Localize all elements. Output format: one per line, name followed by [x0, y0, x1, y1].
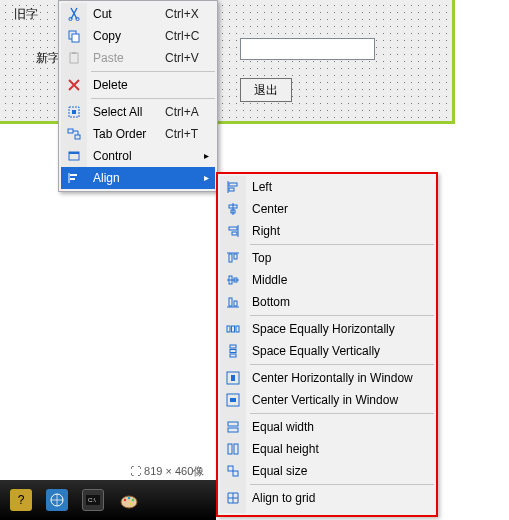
- menu-cut[interactable]: Cut Ctrl+X: [61, 3, 215, 25]
- control-icon: [61, 149, 87, 163]
- svg-rect-31: [230, 354, 236, 357]
- align-middle-icon: [220, 273, 246, 287]
- select-all-icon: [61, 105, 87, 119]
- exit-button[interactable]: 退出: [240, 78, 292, 102]
- svg-rect-28: [236, 326, 239, 332]
- context-menu: Cut Ctrl+X Copy Ctrl+C Paste Ctrl+V Dele…: [58, 0, 218, 192]
- align-left-label: Left: [246, 176, 434, 198]
- delete-icon: [61, 79, 87, 91]
- submenu-sep-3: [250, 364, 434, 365]
- svg-rect-25: [234, 301, 237, 306]
- svg-rect-27: [232, 326, 235, 332]
- align-icon: [61, 171, 87, 185]
- align-equal-size-label: Equal size: [246, 460, 434, 482]
- align-top-icon: [220, 251, 246, 265]
- menu-tab-order-label: Tab Order: [87, 123, 165, 145]
- menu-tab-order[interactable]: Tab Order Ctrl+T: [61, 123, 215, 145]
- svg-rect-5: [72, 52, 76, 54]
- menu-cut-label: Cut: [87, 3, 165, 25]
- svg-rect-18: [229, 227, 237, 230]
- menu-delete[interactable]: Delete: [61, 74, 215, 96]
- status-dimensions: ⛶ 819 × 460像: [130, 464, 204, 479]
- align-space-v[interactable]: Space Equally Vertically: [220, 340, 434, 362]
- text-field[interactable]: [240, 38, 375, 60]
- align-equal-height[interactable]: Equal height: [220, 438, 434, 460]
- align-space-v-label: Space Equally Vertically: [246, 340, 434, 362]
- svg-rect-13: [70, 178, 75, 180]
- svg-rect-36: [228, 422, 238, 426]
- svg-rect-24: [229, 298, 232, 306]
- align-right[interactable]: Right: [220, 220, 434, 242]
- align-right-label: Right: [246, 220, 434, 242]
- taskbar-paint-icon[interactable]: [118, 489, 140, 511]
- cut-icon: [61, 7, 87, 21]
- align-center[interactable]: Center: [220, 198, 434, 220]
- align-to-grid-label: Align to grid: [246, 487, 434, 509]
- align-center-label: Center: [246, 198, 434, 220]
- svg-point-0: [69, 17, 72, 20]
- align-top[interactable]: Top: [220, 247, 434, 269]
- menu-copy-label: Copy: [87, 25, 165, 47]
- menu-align-label: Align: [87, 167, 165, 189]
- space-h-icon: [220, 322, 246, 336]
- menu-tab-order-shortcut: Ctrl+T: [165, 123, 215, 145]
- menu-select-all[interactable]: Select All Ctrl+A: [61, 101, 215, 123]
- align-center-v-window-label: Center Vertically in Window: [246, 389, 434, 411]
- align-equal-width[interactable]: Equal width: [220, 416, 434, 438]
- menu-control[interactable]: Control: [61, 145, 215, 167]
- align-center-h-window-label: Center Horizontally in Window: [246, 367, 434, 389]
- center-v-win-icon: [220, 393, 246, 407]
- align-to-grid[interactable]: Align to grid: [220, 487, 434, 509]
- align-middle[interactable]: Middle: [220, 269, 434, 291]
- menu-delete-label: Delete: [87, 74, 165, 96]
- svg-point-1: [76, 17, 79, 20]
- svg-rect-21: [234, 254, 237, 259]
- submenu-sep-2: [250, 315, 434, 316]
- tab-order-icon: [61, 127, 87, 141]
- svg-rect-19: [232, 232, 237, 235]
- menu-paste-label: Paste: [87, 47, 165, 69]
- svg-rect-8: [68, 129, 73, 133]
- taskbar-help-icon[interactable]: ?: [10, 489, 32, 511]
- svg-point-47: [128, 497, 130, 499]
- menu-align[interactable]: Align: [61, 167, 215, 189]
- menu-copy-shortcut: Ctrl+C: [165, 25, 215, 47]
- taskbar: ? C:\: [0, 480, 216, 520]
- menu-sep-2: [91, 98, 215, 99]
- svg-rect-4: [70, 53, 78, 63]
- equal-size-icon: [220, 464, 246, 478]
- align-equal-width-label: Equal width: [246, 416, 434, 438]
- menu-select-all-label: Select All: [87, 101, 165, 123]
- align-center-v-window[interactable]: Center Vertically in Window: [220, 389, 434, 411]
- equal-width-icon: [220, 420, 246, 434]
- align-center-icon: [220, 202, 246, 216]
- svg-point-46: [124, 499, 126, 501]
- align-left-icon: [220, 180, 246, 194]
- dimensions-icon: ⛶: [130, 465, 144, 477]
- dimensions-text: 819 × 460像: [144, 465, 204, 477]
- submenu-sep-5: [250, 484, 434, 485]
- svg-rect-29: [230, 345, 236, 348]
- svg-rect-40: [228, 466, 233, 471]
- svg-rect-33: [231, 375, 235, 381]
- menu-paste: Paste Ctrl+V: [61, 47, 215, 69]
- align-space-h-label: Space Equally Horizontally: [246, 318, 434, 340]
- menu-copy[interactable]: Copy Ctrl+C: [61, 25, 215, 47]
- space-v-icon: [220, 344, 246, 358]
- align-center-h-window[interactable]: Center Horizontally in Window: [220, 367, 434, 389]
- old-char-label: 旧字: [14, 6, 38, 23]
- svg-rect-41: [233, 471, 238, 476]
- taskbar-app-icon[interactable]: [46, 489, 68, 511]
- align-bottom[interactable]: Bottom: [220, 291, 434, 313]
- align-equal-size[interactable]: Equal size: [220, 460, 434, 482]
- align-left[interactable]: Left: [220, 176, 434, 198]
- svg-rect-26: [227, 326, 230, 332]
- align-middle-label: Middle: [246, 269, 434, 291]
- menu-control-label: Control: [87, 145, 165, 167]
- svg-point-49: [130, 503, 132, 505]
- align-equal-height-label: Equal height: [246, 438, 434, 460]
- align-space-h[interactable]: Space Equally Horizontally: [220, 318, 434, 340]
- taskbar-terminal-icon[interactable]: C:\: [82, 489, 104, 511]
- svg-rect-39: [234, 444, 238, 454]
- menu-select-all-shortcut: Ctrl+A: [165, 101, 215, 123]
